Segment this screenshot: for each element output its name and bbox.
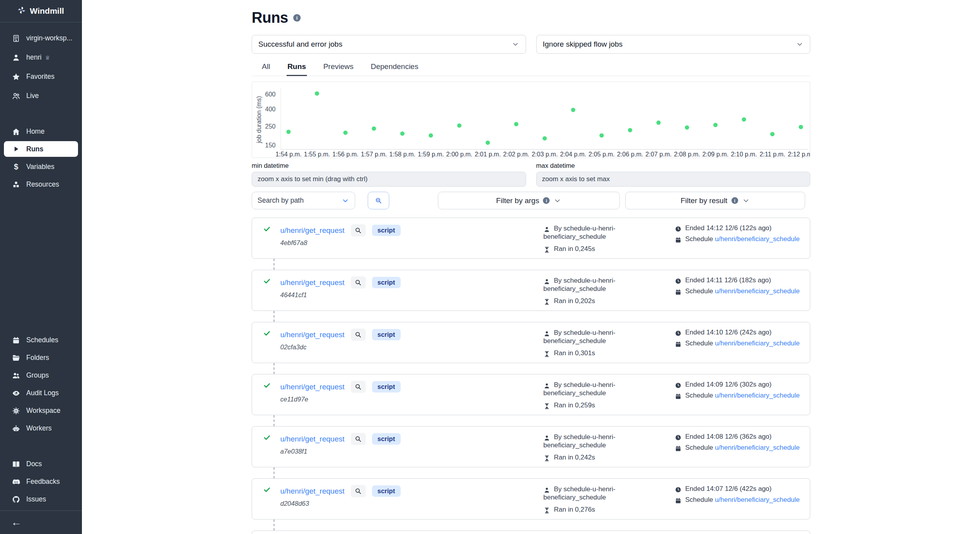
min-datetime-input[interactable] — [252, 172, 526, 187]
run-connector-line — [274, 311, 274, 322]
github-icon — [12, 495, 20, 504]
workspace-selector[interactable]: virgin-worksp... — [0, 29, 82, 48]
sidebar-item-favorites[interactable]: Favorites — [0, 67, 82, 86]
sidebar-item-label: Feedbacks — [26, 478, 60, 486]
run-card[interactable]: u/henri/get_request script By schedule-u… — [252, 530, 810, 534]
filter-by-args-button[interactable]: Filter by args — [438, 192, 620, 209]
sidebar-item-docs[interactable]: Docs — [0, 455, 82, 473]
svg-text:150: 150 — [265, 142, 276, 149]
run-duration: Ran in 0,242s — [543, 453, 641, 461]
scatter-plot[interactable]: 6004002501501:54 p.m.1:55 p.m.1:56 p.m.1… — [252, 82, 810, 158]
schedule-path-link[interactable]: u/henri/beneficiary_schedule — [715, 496, 800, 503]
schedule-path-link[interactable]: u/henri/beneficiary_schedule — [715, 392, 800, 399]
magnifier-icon — [354, 487, 362, 495]
sidebar-item-resources[interactable]: Resources — [0, 176, 82, 193]
run-list: u/henri/get_request script 4ebf67a8 By s… — [252, 218, 810, 534]
run-card[interactable]: u/henri/get_request script 46441cf1 By s… — [252, 270, 810, 311]
svg-text:2:11 p.m.: 2:11 p.m. — [760, 151, 786, 158]
sidebar-item-label: Groups — [26, 371, 49, 380]
schedule-path-link[interactable]: u/henri/beneficiary_schedule — [715, 444, 800, 451]
sidebar-item-audit-logs[interactable]: Audit Logs — [0, 384, 82, 402]
admin-crown-icon: ♕ — [45, 54, 50, 61]
inspect-run-button[interactable] — [351, 224, 366, 236]
sidebar-item-variables[interactable]: $ Variables — [0, 158, 82, 176]
run-schedule: Schedule u/henri/beneficiary_schedule — [675, 392, 800, 400]
user-icon — [543, 382, 550, 389]
inspect-run-button[interactable] — [351, 329, 366, 341]
inspect-run-button[interactable] — [351, 485, 366, 497]
inspect-run-button[interactable] — [351, 276, 366, 289]
sidebar-item-groups[interactable]: Groups — [0, 367, 82, 384]
run-card[interactable]: u/henri/get_request script 4ebf67a8 By s… — [252, 218, 810, 259]
run-duration: Ran in 0,301s — [543, 349, 641, 357]
max-datetime-input[interactable] — [536, 172, 811, 187]
sidebar-item-label: Issues — [26, 495, 46, 503]
search-by-path-select[interactable]: Search by path — [252, 192, 355, 209]
user-menu[interactable]: henri ♕ — [0, 48, 82, 67]
run-path-link[interactable]: u/henri/get_request — [280, 435, 345, 443]
user-icon — [543, 434, 550, 441]
job-status-select[interactable]: Successful and error jobs — [252, 35, 526, 54]
clock-icon — [675, 278, 682, 285]
run-duration: Ran in 0,202s — [543, 297, 641, 305]
svg-text:1:55 p.m.: 1:55 p.m. — [304, 151, 330, 158]
search-button[interactable] — [368, 192, 389, 209]
run-path-link[interactable]: u/henri/get_request — [280, 278, 345, 287]
sidebar-item-feedbacks[interactable]: Feedbacks — [0, 473, 82, 490]
sidebar-item-label: Favorites — [26, 73, 54, 81]
sidebar-item-workers[interactable]: Workers — [0, 420, 82, 437]
run-path-link[interactable]: u/henri/get_request — [280, 331, 345, 339]
filter-by-result-button[interactable]: Filter by result — [625, 192, 805, 209]
sidebar-item-runs[interactable]: Runs — [4, 141, 78, 157]
run-id: a7e038f1 — [280, 448, 401, 455]
success-check-icon — [263, 277, 271, 287]
info-icon — [543, 197, 550, 204]
sidebar-item-schedules[interactable]: Schedules — [0, 331, 82, 349]
sidebar-item-label: Workers — [26, 424, 52, 432]
tab-all[interactable]: All — [261, 59, 271, 76]
flow-jobs-select[interactable]: Ignore skipped flow jobs — [536, 35, 811, 54]
calendar-icon — [12, 336, 20, 345]
schedule-path-link[interactable]: u/henri/beneficiary_schedule — [715, 340, 800, 347]
run-id: d2048d63 — [280, 500, 401, 507]
boxes-icon — [12, 180, 20, 189]
tab-previews[interactable]: Previews — [323, 59, 354, 76]
sidebar-item-folders[interactable]: Folders — [0, 349, 82, 367]
inspect-run-button[interactable] — [351, 381, 366, 393]
info-icon[interactable] — [293, 14, 301, 22]
schedule-path-link[interactable]: u/henri/beneficiary_schedule — [715, 287, 800, 295]
run-ended-at: Ended 14:11 12/6 (182s ago) — [675, 276, 800, 285]
sidebar-item-label: Schedules — [26, 336, 58, 344]
tab-dependencies[interactable]: Dependencies — [370, 59, 419, 76]
sidebar-item-workspace[interactable]: Workspace — [0, 402, 82, 420]
run-id: 4ebf67a8 — [280, 239, 401, 247]
sidebar-item-label: Home — [26, 127, 45, 136]
sidebar-item-label: Runs — [26, 145, 44, 153]
svg-text:2:09 p.m.: 2:09 p.m. — [702, 151, 729, 158]
run-card[interactable]: u/henri/get_request script 02cfa3dc By s… — [252, 322, 810, 363]
run-triggered-by: By schedule-u-henri-beneficiary_schedule — [543, 224, 641, 241]
clock-icon — [675, 434, 682, 441]
sidebar-item-issues[interactable]: Issues — [0, 490, 82, 508]
run-card[interactable]: u/henri/get_request script ce11d97e By s… — [252, 374, 810, 415]
run-path-link[interactable]: u/henri/get_request — [280, 226, 345, 235]
run-triggered-by: By schedule-u-henri-beneficiary_schedule — [543, 329, 641, 345]
chevron-down-icon — [742, 197, 750, 205]
run-card[interactable]: u/henri/get_request script a7e038f1 By s… — [252, 426, 810, 467]
users-icon — [12, 92, 20, 100]
collapse-sidebar-button[interactable]: ← — [11, 517, 22, 528]
run-connector-line — [274, 467, 274, 478]
app-logo[interactable]: Windmill — [0, 0, 82, 22]
run-path-link[interactable]: u/henri/get_request — [280, 383, 345, 391]
schedule-path-link[interactable]: u/henri/beneficiary_schedule — [715, 235, 800, 243]
sidebar-item-label: Live — [26, 92, 39, 100]
sidebar-item-label: Docs — [26, 460, 42, 468]
inspect-run-button[interactable] — [351, 433, 366, 445]
sidebar-item-live[interactable]: Live — [0, 86, 82, 105]
run-path-link[interactable]: u/henri/get_request — [280, 487, 345, 496]
run-card[interactable]: u/henri/get_request script d2048d63 By s… — [252, 478, 810, 519]
sidebar-item-home[interactable]: Home — [0, 123, 82, 140]
chevron-down-icon — [796, 40, 804, 48]
tab-runs[interactable]: Runs — [287, 59, 307, 76]
runs-duration-chart[interactable]: job duration (ms) 6004002501501:54 p.m.1… — [252, 82, 810, 158]
